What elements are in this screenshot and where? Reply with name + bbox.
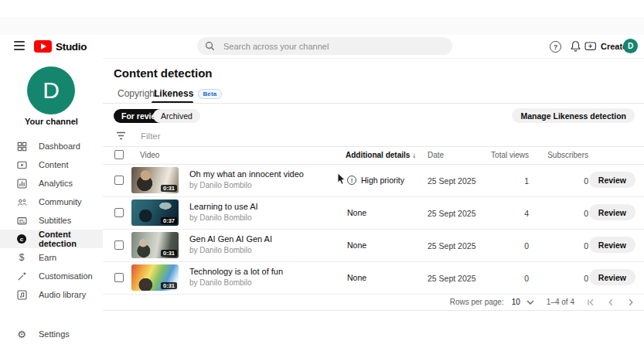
beta-badge: Beta [198, 89, 221, 99]
details-label: None [347, 208, 366, 217]
video-thumbnail[interactable]: 0:31 [131, 167, 179, 193]
sidebar-item-subtitles[interactable]: Subtitles [0, 211, 103, 230]
sidebar-item-analytics[interactable]: Analytics [0, 174, 103, 193]
sidebar-item-content-detection[interactable]: c Content detection [0, 230, 103, 248]
row-checkbox[interactable] [114, 208, 124, 217]
subscribers-cell: 0 [541, 274, 588, 283]
window-top-strip [0, 17, 644, 35]
details-label: None [347, 273, 366, 282]
table-row: 0:37 Learning to use AI by Danilo Bombil… [103, 196, 644, 230]
sidebar-item-audio-library[interactable]: Audio library [0, 285, 103, 304]
additional-details-cell: ! High priority [347, 176, 404, 185]
next-page-icon[interactable] [627, 298, 635, 306]
filter-row [103, 125, 644, 147]
search-bar[interactable] [197, 37, 452, 55]
first-page-icon[interactable] [587, 298, 595, 306]
table-row: 0:31 Oh my what an innocent video by Dan… [103, 164, 644, 197]
subscribers-cell: 0 [541, 241, 588, 251]
sidebar-item-settings[interactable]: ⚙ Settings [0, 325, 103, 343]
rows-per-page-label: Rows per page: [450, 298, 504, 306]
menu-icon[interactable] [14, 41, 25, 50]
video-thumbnail[interactable]: 0:31 [131, 264, 179, 291]
earn-icon: $ [16, 252, 27, 263]
views-cell: 1 [479, 176, 529, 186]
additional-details-cell: None [347, 240, 366, 250]
search-input[interactable] [222, 41, 426, 52]
row-checkbox[interactable] [114, 176, 124, 185]
video-info: Technology is a lot of fun by Danilo Bom… [189, 267, 283, 287]
date-cell: 25 Sept 2025 [428, 176, 475, 186]
column-subscribers[interactable]: Subscribers [541, 151, 588, 159]
table-row: 0:31 Gen AI Gen AI Gen AI by Danilo Bomb… [103, 229, 644, 262]
sidebar-item-label: Community [39, 197, 82, 206]
filter-icon[interactable] [116, 131, 126, 140]
subtitles-icon [16, 215, 27, 226]
select-all-checkbox[interactable] [114, 150, 124, 159]
pagination-range: 1–4 of 4 [547, 298, 574, 306]
video-title[interactable]: Oh my what an innocent video [189, 169, 304, 179]
audio-library-icon [16, 289, 27, 300]
additional-details-cell: None [347, 208, 366, 217]
row-checkbox[interactable] [114, 273, 124, 282]
sidebar-item-label: Dashboard [39, 141, 80, 151]
dashboard-icon [16, 141, 27, 152]
manage-likeness-detection-button[interactable]: Manage Likeness detection [512, 108, 635, 123]
help-icon[interactable]: ? [550, 41, 561, 53]
duration-badge: 0:37 [161, 217, 177, 225]
row-checkbox[interactable] [114, 240, 124, 250]
tab-likeness-label: Likeness [154, 88, 193, 99]
video-title[interactable]: Technology is a lot of fun [189, 267, 283, 276]
sidebar-item-label: Settings [39, 329, 70, 339]
sidebar-item-dashboard[interactable]: Dashboard [0, 137, 103, 155]
settings-icon: ⚙ [16, 329, 27, 339]
sidebar-nav: Dashboard Content Analytics Community [0, 137, 103, 304]
review-button[interactable]: Review [589, 237, 635, 253]
table-row: 0:31 Technology is a lot of fun by Danil… [103, 261, 644, 295]
sidebar-item-label: Customisation [39, 271, 93, 281]
account-avatar[interactable]: D [623, 39, 638, 53]
video-title[interactable]: Gen AI Gen AI Gen AI [189, 234, 272, 244]
video-thumbnail[interactable]: 0:31 [131, 232, 179, 258]
chip-archived[interactable]: Archived [153, 109, 200, 123]
sidebar-item-earn[interactable]: $ Earn [0, 248, 103, 267]
notifications-icon[interactable] [570, 40, 581, 52]
column-additional-details-label: Additional details [346, 151, 410, 159]
column-total-views[interactable]: Total views [479, 151, 529, 159]
studio-logo[interactable]: Studio [34, 40, 87, 53]
customisation-icon [16, 271, 27, 281]
video-author: by Danilo Bombilo [189, 278, 283, 287]
video-title[interactable]: Learning to use AI [189, 202, 258, 211]
community-icon [16, 196, 27, 207]
filter-input[interactable] [139, 131, 374, 141]
youtube-logo-icon [34, 40, 52, 53]
tabs-divider [103, 103, 644, 104]
rows-per-page-value[interactable]: 10 [512, 298, 520, 306]
views-cell: 0 [479, 274, 529, 283]
chevron-down-icon[interactable] [526, 300, 534, 305]
review-button[interactable]: Review [589, 269, 635, 285]
duration-badge: 0:31 [161, 250, 177, 257]
date-cell: 25 Sept 2025 [428, 209, 475, 218]
column-video[interactable]: Video [140, 151, 159, 159]
column-additional-details[interactable]: Additional details ↓ [346, 151, 416, 159]
review-button[interactable]: Review [589, 204, 635, 220]
review-button[interactable]: Review [589, 172, 635, 188]
date-cell: 25 Sept 2025 [428, 274, 475, 283]
video-info: Learning to use AI by Danilo Bombilo [189, 202, 258, 222]
subscribers-cell: 0 [541, 176, 588, 186]
sidebar-item-label: Content [39, 160, 69, 169]
content-detection-icon: c [16, 234, 27, 244]
column-date[interactable]: Date [428, 151, 444, 159]
additional-details-cell: None [347, 273, 366, 282]
sidebar-item-customisation[interactable]: Customisation [0, 267, 103, 285]
previous-page-icon[interactable] [607, 298, 615, 306]
channel-avatar[interactable]: D [27, 66, 75, 114]
tab-copyright[interactable]: Copyright [118, 88, 157, 99]
sidebar-item-community[interactable]: Community [0, 193, 103, 211]
create-button[interactable]: Create [584, 40, 627, 52]
sidebar-item-content[interactable]: Content [0, 155, 103, 174]
tab-likeness[interactable]: Likeness Beta [154, 88, 222, 99]
page-title: Content detection [114, 66, 213, 80]
duration-badge: 0:31 [161, 185, 177, 193]
video-thumbnail[interactable]: 0:37 [131, 199, 179, 226]
